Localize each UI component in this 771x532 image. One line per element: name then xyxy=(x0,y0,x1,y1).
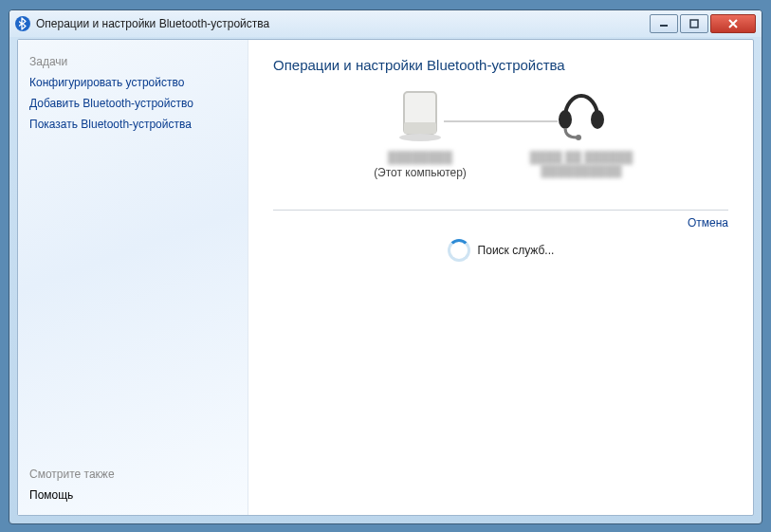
client-area: Задачи Конфигурировать устройство Добави… xyxy=(17,39,754,516)
svg-point-7 xyxy=(591,110,604,129)
window-title: Операции и настройки Bluetooth-устройств… xyxy=(36,17,269,30)
maximize-button[interactable] xyxy=(680,14,708,33)
page-title: Операции и настройки Bluetooth-устройств… xyxy=(273,57,728,73)
remote-device-sub: ██████████ xyxy=(541,164,621,177)
this-computer: ████████ (Этот компьютер) xyxy=(340,86,501,179)
sidebar-link-configure[interactable]: Конфигурировать устройство xyxy=(29,76,236,89)
window-buttons xyxy=(650,14,756,33)
this-computer-name: ████████ xyxy=(388,151,452,164)
main-panel: Операции и настройки Bluetooth-устройств… xyxy=(248,40,753,515)
window-frame: Операции и настройки Bluetooth-устройств… xyxy=(9,9,762,524)
bluetooth-icon xyxy=(15,16,30,31)
device-pairing-diagram: ████████ (Этот компьютер) ████ ██ ████ xyxy=(273,86,728,210)
svg-point-6 xyxy=(559,110,572,129)
headset-icon xyxy=(552,86,611,145)
status-text: Поиск служб... xyxy=(478,244,555,257)
sidebar: Задачи Конфигурировать устройство Добави… xyxy=(18,40,248,515)
remote-device: ████ ██ ██████ ██████████ xyxy=(501,86,662,177)
computer-icon xyxy=(391,86,450,145)
sidebar-link-add-device[interactable]: Добавить Bluetooth-устройство xyxy=(29,97,236,110)
minimize-button[interactable] xyxy=(650,14,678,33)
sidebar-spacer xyxy=(29,135,236,462)
svg-rect-2 xyxy=(690,20,698,28)
sidebar-link-help[interactable]: Помощь xyxy=(29,488,236,502)
close-button[interactable] xyxy=(710,14,756,33)
titlebar[interactable]: Операции и настройки Bluetooth-устройств… xyxy=(9,10,762,37)
remote-device-name: ████ ██ ██████ xyxy=(530,151,633,164)
separator xyxy=(273,210,728,211)
connection-line xyxy=(444,120,558,122)
svg-rect-4 xyxy=(404,122,436,134)
cancel-link[interactable]: Отмена xyxy=(688,216,728,229)
svg-point-8 xyxy=(576,135,581,140)
status-row: Поиск служб... xyxy=(273,239,728,262)
svg-point-5 xyxy=(399,134,441,141)
sidebar-link-show-devices[interactable]: Показать Bluetooth-устройства xyxy=(29,118,236,131)
sidebar-heading-see-also: Смотрите также xyxy=(29,468,236,481)
cancel-row: Отмена xyxy=(273,216,728,229)
this-computer-sub: (Этот компьютер) xyxy=(374,166,467,179)
sidebar-heading-tasks: Задачи xyxy=(29,55,236,68)
spinner-icon xyxy=(448,239,470,262)
